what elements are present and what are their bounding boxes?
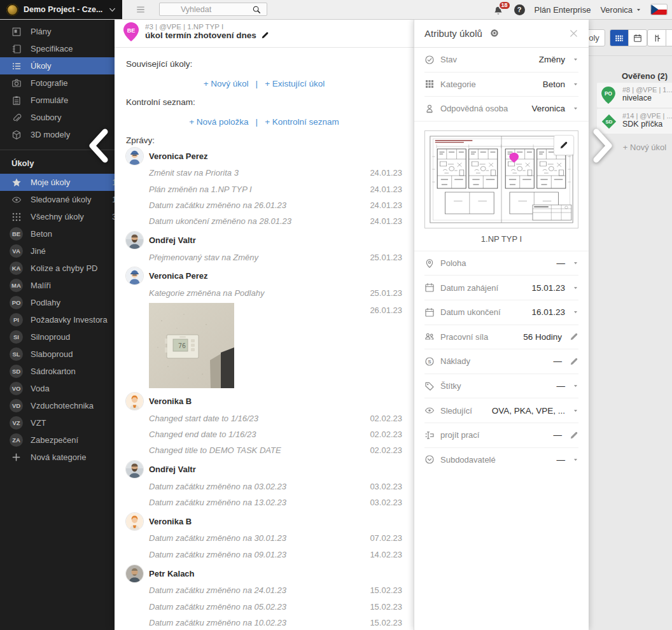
sidebar: PlánySpecifikaceÚkolyFotografieFormuláře… [0,19,115,630]
task-card[interactable]: PO#8 | @VPE | 1...nivelace [597,83,672,108]
plan-thumbnail[interactable] [424,130,578,228]
sidebar-category-pi[interactable]: PIPožadavky Investora [0,311,115,328]
category-initials-badge: KA [10,262,23,275]
sidebar-category-si[interactable]: SISilnoproud [0,328,115,346]
pencil-icon[interactable] [570,357,578,366]
caret-down-icon[interactable] [573,57,578,62]
attribute-field-kategorie[interactable]: KategorieBeton [424,72,578,97]
previous-column-chevron[interactable] [85,128,111,164]
category-initials-badge: VO [10,382,23,395]
message-text: Datum začátku změněno na 09.01.23 [149,550,370,559]
new-category-button[interactable]: Nová kategorie [0,449,115,466]
sidebar-category-vd[interactable]: VDVzduchotechnika [0,397,115,414]
message-author-row: Veronika B [126,392,402,410]
caret-down-icon[interactable] [573,309,578,315]
project-switcher[interactable]: Demo Project - Cze... [0,0,122,19]
attached-photo[interactable]: 76 [149,303,234,388]
sidebar-category-sd[interactable]: SDSádrokarton [0,363,115,380]
field-label: Odpovědná osoba [440,104,526,113]
message-author: Veronica Perez [149,271,208,281]
sidebar-item-soubory[interactable]: Soubory [0,109,115,126]
sidebar-category-ka[interactable]: KAKolize a chyby PD [0,260,115,277]
sidebar-category-va[interactable]: VAJiné [0,242,115,260]
caret-down-icon[interactable] [573,408,578,414]
pencil-icon[interactable] [570,332,578,341]
calendar-view-button[interactable] [628,30,647,46]
caret-down-icon[interactable] [573,260,578,266]
sidebar-category-be[interactable]: BEBeton [0,225,115,242]
collapse-button[interactable] [666,30,672,46]
field-label: Štítky [440,381,551,391]
attribute-field-sleduj-c-[interactable]: SledujícíOVA, PKA, VPE, ... [424,398,578,423]
field-value: OVA, PKA, VPE, ... [492,406,565,416]
attribute-field-pracovn-s-la[interactable]: Pracovní síla56 Hodiny [424,325,578,349]
attribute-field-stav[interactable]: StavZměny [424,48,578,72]
search-input[interactable] [165,4,252,15]
sidebar-category-za[interactable]: ZAZabezpečení [0,431,115,449]
attribute-field-odpov-dn-osoba[interactable]: Odpovědná osobaVeronica [424,96,578,121]
user-name: Veronica [600,5,633,15]
search-icon [252,5,261,14]
edit-plan-button[interactable] [554,135,574,155]
board-view-button[interactable] [610,30,628,46]
sidebar-category-vz[interactable]: VZVZT [0,414,115,431]
category-initials-badge: SL [10,347,23,361]
sidebar-category-po[interactable]: POPodlahy [0,294,115,311]
task-header: BE #3 | @VPE | 1.NP TYP I úkol termín zh… [115,19,414,48]
attribute-field--t-tky[interactable]: Štítky— [424,374,578,398]
edit-title-pencil-icon[interactable] [261,31,269,39]
field-label: Stav [440,55,533,64]
caret-down-icon[interactable] [573,383,578,389]
user-menu[interactable]: Veronica [600,5,641,15]
category-label: Podlahy [31,298,60,307]
gear-icon[interactable] [489,28,500,38]
sidebar-item-fotografie[interactable]: Fotografie [0,74,115,92]
attribute-field-datum-zah-jen-[interactable]: Datum zahájení15.01.23 [424,275,578,300]
caret-down-icon[interactable] [573,285,578,291]
sidebar-category-ma[interactable]: MAMalíři [0,277,115,294]
sidebar-item-moje-ukoly[interactable]: Moje úkoly1 [0,174,115,191]
sidebar-item-ukoly[interactable]: Úkoly [0,57,115,74]
search-box[interactable] [159,3,267,16]
message-author: Veronika B [149,517,192,526]
checklist-actions: + Nová položka|+ Kontrolní seznam [126,117,402,127]
next-column-chevron[interactable] [591,128,616,164]
checklist-action-0[interactable]: + Nová položka [189,117,248,127]
related-action-1[interactable]: + Existující úkol [265,79,325,88]
attribute-field-n-klady[interactable]: SNáklady— [424,349,578,374]
sidebar-item-formulare[interactable]: Formuláře [0,92,115,109]
caret-down-icon[interactable] [573,81,578,87]
notifications-button[interactable]: 18 [493,4,505,15]
filter-button[interactable] [648,30,666,46]
close-icon[interactable] [569,29,578,38]
category-initials-badge: PO [10,296,23,309]
sidebar-category-vo[interactable]: VOVoda [0,380,115,397]
caret-down-icon[interactable] [573,106,578,111]
attribute-field-proj-t-prac-[interactable]: projít prací— [424,423,578,447]
menu-icon[interactable] [135,5,146,14]
caret-down-icon[interactable] [573,457,578,463]
calendar-icon [424,307,435,318]
attribute-field-datum-ukon-en-[interactable]: Datum ukončení16.01.23 [424,300,578,325]
related-action-0[interactable]: + Nový úkol [204,79,249,88]
language-flag-czech[interactable] [651,4,667,15]
svg-text:76: 76 [178,342,186,349]
sidebar-item-vsechny-ukoly[interactable]: Všechny úkoly3 [0,208,115,225]
sidebar-item-plany[interactable]: Plány [0,23,115,40]
field-value: — [557,258,566,268]
sidebar-item-sledovane-ukoly[interactable]: Sledované úkoly1 [0,191,115,208]
pencil-icon[interactable] [570,431,578,440]
category-label: Vzduchotechnika [31,401,94,410]
message-date: 15.02.23 [370,585,402,595]
field-value: — [554,356,563,366]
checklist-action-1[interactable]: + Kontrolní seznam [265,117,339,127]
help-button[interactable]: ? [514,4,525,15]
sidebar-item-specifikace[interactable]: Specifikace [0,40,115,57]
message-author: Ondřej Valtr [149,465,196,474]
message-author: Veronica Perez [149,151,208,161]
task-title-row: úkol termín zhotovení dnes [145,31,414,40]
attribute-field-subdodavatel-[interactable]: Subdodavatelé— [424,447,578,472]
attribute-field-poloha[interactable]: Poloha— [424,251,578,276]
sidebar-category-sl[interactable]: SLSlaboproud [0,346,115,363]
topbar: Demo Project - Cze... 18 ? Plán Enterpri… [0,0,672,20]
